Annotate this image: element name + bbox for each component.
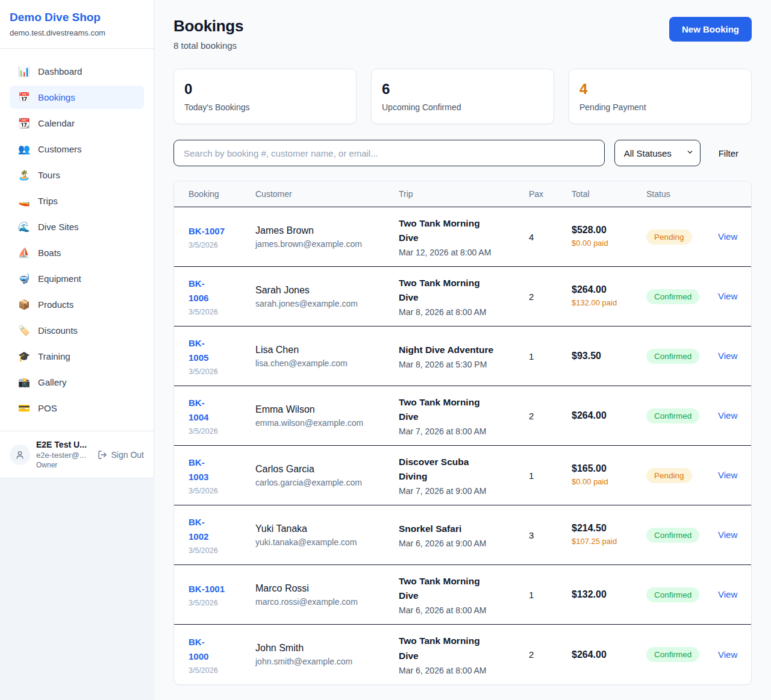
view-link[interactable]: View (718, 351, 737, 361)
customer-name: Marco Rossi (255, 583, 399, 594)
status-cell: Confirmed (646, 647, 718, 662)
trip-datetime: Mar 6, 2026 at 8:00 AM (399, 605, 529, 615)
search-input[interactable] (173, 140, 605, 166)
column-header-pax: Pax (529, 189, 572, 199)
sidebar-item-dive-sites[interactable]: 🌊Dive Sites (10, 215, 144, 239)
trip-datetime: Mar 12, 2026 at 8:00 AM (399, 248, 529, 257)
trip-datetime: Mar 7, 2026 at 9:00 AM (399, 486, 529, 496)
view-link[interactable]: View (718, 530, 737, 540)
new-booking-button[interactable]: New Booking (669, 17, 752, 42)
trip-name: Two Tank Morning Dive (399, 574, 496, 603)
status-cell: Pending (646, 230, 718, 245)
column-header-booking: Booking (189, 189, 255, 199)
booking-cell: BK-10013/5/2026 (189, 582, 255, 607)
status-cell: Confirmed (646, 528, 718, 543)
sidebar-item-equipment[interactable]: 🤿Equipment (10, 267, 144, 290)
booking-cell: BK-10003/5/2026 (189, 635, 255, 675)
view-link[interactable]: View (718, 291, 737, 301)
booking-id-link[interactable]: BK-1003 (189, 455, 214, 484)
pax-cell: 2 (529, 649, 572, 660)
trip-name: Discover Scuba Diving (399, 455, 496, 484)
table-row: BK-10053/5/2026Lisa Chenlisa.chen@exampl… (174, 327, 751, 386)
customer-cell: James Brownjames.brown@example.com (255, 225, 399, 249)
total-cell: $214.50$107.25 paid (572, 523, 646, 548)
sidebar-item-gallery[interactable]: 📸Gallery (10, 370, 144, 394)
stat-value: 6 (382, 81, 543, 98)
status-badge: Confirmed (646, 349, 699, 364)
sidebar-item-products[interactable]: 📦Products (10, 293, 144, 316)
view-cell: View (718, 351, 737, 361)
total-cell: $528.00$0.00 paid (572, 225, 646, 249)
customer-email: yuki.tanaka@example.com (255, 537, 399, 547)
booking-id-link[interactable]: BK-1002 (189, 515, 214, 544)
pax-cell: 1 (529, 351, 572, 361)
bar-chart-icon: 📊 (18, 66, 30, 77)
speedboat-icon: 🚤 (18, 195, 30, 207)
user-icon (15, 450, 25, 460)
sidebar-item-label: Equipment (38, 273, 81, 284)
sidebar-item-label: Gallery (38, 377, 67, 387)
booking-id-link[interactable]: BK-1006 (189, 277, 214, 305)
view-link[interactable]: View (718, 231, 737, 242)
paid-amount: $0.00 paid (572, 477, 623, 488)
pax-cell: 1 (529, 470, 572, 481)
graduation-cap-icon: 🎓 (18, 351, 30, 362)
view-link[interactable]: View (718, 410, 737, 420)
booking-id-link[interactable]: BK-1004 (189, 396, 214, 425)
user-email: e2e-tester@... (36, 451, 92, 460)
sign-out-label: Sign Out (111, 450, 144, 460)
total-amount: $264.00 (572, 284, 646, 295)
pax-cell: 2 (529, 411, 572, 421)
sidebar-item-dashboard[interactable]: 📊Dashboard (10, 60, 144, 83)
sidebar-item-tours[interactable]: 🏝️Tours (10, 163, 144, 187)
sidebar-item-label: Customers (38, 144, 82, 154)
island-icon: 🏝️ (18, 169, 30, 181)
customer-name: Sarah Jones (255, 285, 399, 296)
status-select[interactable]: All Statuses (614, 140, 701, 166)
sidebar-item-pos[interactable]: 💳POS (10, 396, 144, 420)
paid-amount: $107.25 paid (572, 536, 623, 548)
view-link[interactable]: View (718, 589, 737, 599)
booking-id-link[interactable]: BK-1005 (189, 336, 214, 365)
credit-card-icon: 💳 (18, 402, 30, 414)
booking-id-link[interactable]: BK-1001 (189, 584, 225, 594)
status-badge: Confirmed (646, 528, 699, 543)
stat-card: 4Pending Payment (569, 69, 752, 124)
customer-email: marco.rossi@example.com (255, 597, 399, 607)
sidebar-item-customers[interactable]: 👥Customers (10, 137, 144, 161)
table-row: BK-10003/5/2026John Smithjohn.smith@exam… (174, 625, 751, 684)
total-cell: $264.00 (572, 649, 646, 660)
customer-email: john.smith@example.com (255, 657, 399, 666)
sidebar-item-calendar[interactable]: 📆Calendar (10, 111, 144, 135)
package-icon: 📦 (18, 299, 30, 310)
sidebar-item-discounts[interactable]: 🏷️Discounts (10, 319, 144, 342)
trip-cell: Snorkel SafariMar 6, 2026 at 9:00 AM (399, 522, 529, 548)
sidebar-item-label: Training (38, 351, 70, 361)
sidebar-item-training[interactable]: 🎓Training (10, 345, 144, 368)
customer-email: sarah.jones@example.com (255, 299, 399, 308)
stat-card: 6Upcoming Confirmed (371, 69, 554, 124)
status-badge: Confirmed (646, 408, 699, 423)
view-cell: View (718, 530, 737, 540)
total-amount: $264.00 (572, 410, 646, 421)
column-header-trip: Trip (399, 189, 529, 199)
booking-id-link[interactable]: BK-1007 (189, 226, 225, 236)
customer-cell: Emma Wilsonemma.wilson@example.com (255, 404, 399, 428)
trip-name: Two Tank Morning Dive (399, 634, 496, 663)
sign-out-button[interactable]: Sign Out (98, 450, 144, 460)
status-badge: Confirmed (646, 289, 699, 304)
status-cell: Pending (646, 468, 718, 483)
calendar-icon: 📅 (18, 92, 30, 103)
total-cell: $132.00 (572, 589, 646, 600)
view-link[interactable]: View (718, 470, 737, 480)
page-title: Bookings (173, 17, 243, 36)
booking-cell: BK-10073/5/2026 (189, 224, 255, 249)
sidebar-item-boats[interactable]: ⛵Boats (10, 241, 144, 264)
booking-id-link[interactable]: BK-1000 (189, 635, 214, 664)
stats-row: 0Today's Bookings6Upcoming Confirmed4Pen… (173, 69, 752, 124)
view-link[interactable]: View (718, 649, 737, 660)
sidebar-item-bookings[interactable]: 📅Bookings (10, 86, 144, 109)
status-cell: Confirmed (646, 408, 718, 423)
customer-name: Yuki Tanaka (255, 523, 399, 534)
sidebar-item-trips[interactable]: 🚤Trips (10, 189, 144, 213)
